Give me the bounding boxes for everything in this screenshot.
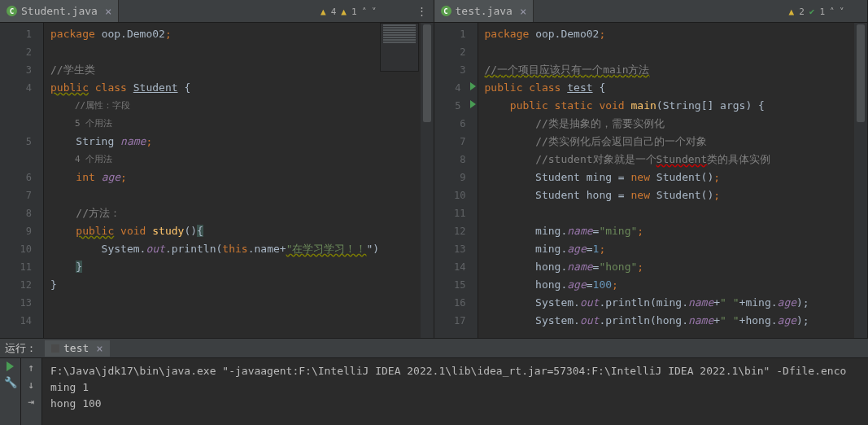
code-content[interactable]: package oop.Demo02;//一个项目应该只有一个main方法pub… — [478, 23, 868, 338]
tab-label: test.java — [456, 5, 513, 17]
down-icon[interactable]: ↓ — [28, 379, 35, 391]
code-analysis-status[interactable]: ▲4 ▲1 ˄ ˅ — [321, 7, 377, 17]
close-icon[interactable]: × — [96, 342, 103, 355]
chevron-up-icon[interactable]: ˄ — [830, 7, 835, 17]
chevron-down-icon[interactable]: ˅ — [840, 7, 844, 17]
warn-icon: ▲ — [789, 7, 795, 17]
code-analysis-status[interactable]: ▲2 ✔1 ˄ ˅ — [789, 7, 845, 17]
up-icon[interactable]: ↑ — [28, 361, 35, 374]
run-tab[interactable]: test × — [45, 340, 110, 357]
run-tabbar: 运行： test × — [0, 339, 868, 358]
tab-test[interactable]: C test.java × — [434, 0, 534, 22]
tab-label: Student.java — [21, 5, 98, 17]
softwrap-icon[interactable]: ⇥ — [28, 396, 35, 408]
close-icon[interactable]: × — [105, 5, 111, 18]
weak-warn-icon: ▲ — [321, 7, 326, 17]
line-gutter[interactable]: 1234567891011121314151617 — [434, 23, 478, 338]
run-toolbar-left: 🔧 — [0, 358, 21, 425]
chevron-up-icon[interactable]: ˄ — [362, 7, 367, 17]
code-content[interactable]: package oop.Demo02;//学生类public class Stu… — [44, 23, 434, 338]
warn-icon: ▲ — [341, 7, 347, 17]
right-editor: C test.java × ▲2 ✔1 ˄ ˅ 1234567891011121… — [434, 0, 869, 338]
run-toolbar-console: ↑ ↓ ⇥ — [21, 358, 42, 425]
scrollbar[interactable] — [854, 23, 867, 338]
run-label: 运行： — [5, 341, 37, 356]
java-class-icon: C — [441, 6, 451, 16]
editor-options[interactable]: ⋮ — [417, 5, 427, 17]
java-class-icon: C — [7, 6, 17, 16]
wrench-icon[interactable]: 🔧 — [4, 376, 17, 388]
terminal-icon — [51, 344, 59, 353]
check-icon: ✔ — [809, 7, 815, 17]
run-icon[interactable] — [7, 361, 14, 371]
left-editor: C Student.java × ⋮ ▲4 ▲1 ˄ ˅ 12345678910… — [0, 0, 434, 338]
scrollbar[interactable] — [421, 23, 434, 338]
tab-student[interactable]: C Student.java × — [0, 0, 119, 22]
run-tool-window: 运行： test × 🔧 ↑ ↓ ⇥ F:\Java\jdk17\bin\jav… — [0, 339, 868, 425]
chevron-down-icon[interactable]: ˅ — [372, 7, 377, 17]
line-gutter[interactable]: 1234567891011121314 — [0, 23, 44, 338]
close-icon[interactable]: × — [520, 5, 526, 18]
console-output[interactable]: F:\Java\jdk17\bin\java.exe "-javaagent:F… — [42, 358, 868, 425]
